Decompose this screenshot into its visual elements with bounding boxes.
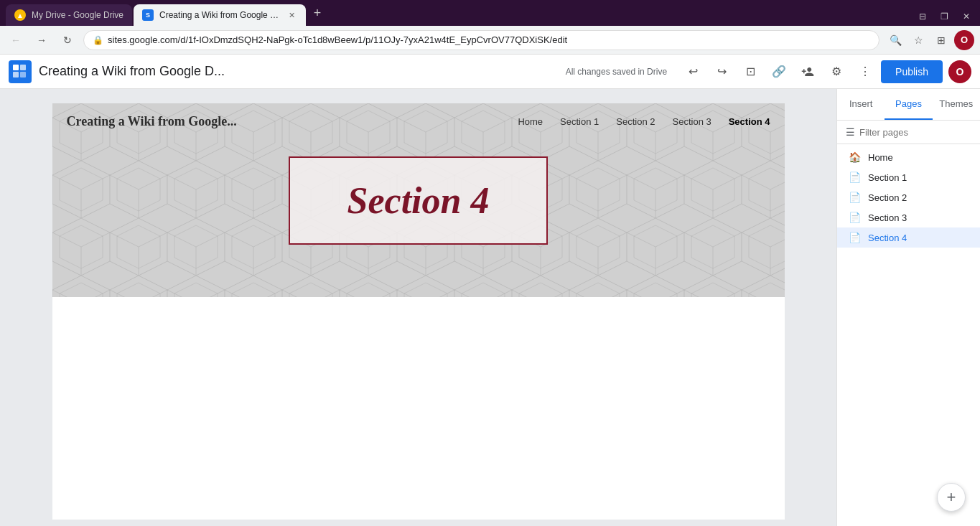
svg-rect-0 — [13, 65, 19, 70]
tab-sites-label: Creating a Wiki from Google Do... — [159, 10, 280, 20]
right-panel: Insert Pages Themes ☰ � — [836, 89, 980, 526]
section4-page-icon: 📄 — [849, 232, 861, 243]
site-title: Creating a Wiki from Google... — [67, 114, 237, 129]
app-content: Creating a Wiki from Google D... All cha… — [0, 55, 980, 526]
back-button[interactable]: ← — [6, 30, 26, 50]
panel-filter: ☰ — [837, 121, 980, 144]
undo-button[interactable]: ↩ — [680, 59, 706, 85]
hero-title: Section 4 — [347, 179, 490, 222]
user-avatar[interactable]: O — [948, 60, 971, 83]
main-area: Creating a Wiki from Google... Home Sect… — [0, 89, 980, 526]
site-header-overlay: Creating a Wiki from Google... Home Sect… — [52, 103, 785, 139]
panel-tabs: Insert Pages Themes — [837, 89, 980, 121]
nav-section4[interactable]: Section 4 — [729, 116, 770, 127]
section2-page-icon: 📄 — [849, 192, 861, 203]
canvas-area[interactable]: Creating a Wiki from Google... Home Sect… — [0, 89, 836, 526]
nav-section1[interactable]: Section 1 — [560, 116, 599, 127]
filter-icon: ☰ — [846, 126, 855, 138]
site-content[interactable] — [52, 297, 785, 505]
page-item-home[interactable]: 🏠 Home — [837, 147, 980, 167]
settings-button[interactable]: ⚙ — [823, 59, 849, 85]
tab-sites[interactable]: S Creating a Wiki from Google Do... ✕ — [134, 4, 306, 26]
search-icon[interactable]: 🔍 — [885, 30, 905, 50]
add-user-button[interactable] — [795, 59, 821, 85]
site-preview: Creating a Wiki from Google... Home Sect… — [52, 103, 785, 520]
minimize-button[interactable]: ⊟ — [915, 10, 930, 23]
page-item-section1[interactable]: 📄 Section 1 — [837, 167, 980, 187]
tab-drive-label: My Drive - Google Drive — [32, 10, 123, 20]
svg-rect-1 — [20, 65, 26, 70]
redo-button[interactable]: ↪ — [709, 59, 734, 85]
tab-themes[interactable]: Themes — [933, 89, 980, 120]
url-bar[interactable]: 🔒 sites.google.com/d/1f-IOxDmzdSQH2-NaPg… — [83, 30, 879, 50]
tab-insert[interactable]: Insert — [837, 89, 885, 120]
page-section1-label: Section 1 — [868, 172, 907, 183]
page-item-section2[interactable]: 📄 Section 2 — [837, 187, 980, 207]
svg-rect-2 — [13, 72, 19, 78]
page-item-section3[interactable]: 📄 Section 3 — [837, 207, 980, 227]
refresh-button[interactable]: ↻ — [57, 30, 78, 50]
preview-button[interactable]: ⊡ — [737, 59, 763, 85]
tab-pages[interactable]: Pages — [885, 89, 932, 120]
page-section2-label: Section 2 — [868, 192, 907, 203]
close-button[interactable]: ✕ — [958, 10, 974, 23]
bookmark-icon[interactable]: ☆ — [908, 30, 928, 50]
address-actions: 🔍 ☆ ⊞ O — [885, 30, 974, 50]
page-section3-label: Section 3 — [868, 212, 907, 223]
drive-favicon: ▲ — [14, 9, 26, 21]
app-title: Creating a Wiki from Google D... — [39, 64, 559, 79]
tab-drive[interactable]: ▲ My Drive - Google Drive — [6, 4, 132, 26]
forward-button[interactable]: → — [32, 30, 52, 50]
window-controls: ⊟ ❐ ✕ — [915, 10, 974, 26]
tab-bar: ▲ My Drive - Google Drive S Creating a W… — [0, 0, 980, 26]
fab-add-button[interactable]: + — [937, 483, 966, 512]
link-button[interactable]: 🔗 — [766, 59, 792, 85]
browser-profile-avatar[interactable]: O — [954, 30, 974, 50]
header-status: All changes saved in Drive — [566, 67, 667, 77]
nav-section2[interactable]: Section 2 — [616, 116, 655, 127]
address-bar: ← → ↻ 🔒 sites.google.com/d/1f-IOxDmzdSQH… — [0, 26, 980, 55]
app-header: Creating a Wiki from Google D... All cha… — [0, 55, 980, 89]
nav-section3[interactable]: Section 3 — [673, 116, 711, 127]
sites-favicon: S — [142, 9, 154, 21]
filter-input[interactable] — [859, 127, 980, 138]
extensions-icon[interactable]: ⊞ — [931, 30, 951, 50]
section3-page-icon: 📄 — [849, 212, 861, 223]
url-text: sites.google.com/d/1f-IOxDmzdSQH2-NaPgk-… — [108, 34, 567, 45]
hero-box[interactable]: Section 4 — [289, 156, 549, 245]
page-item-section4[interactable]: 📄 Section 4 — [837, 227, 980, 248]
tab-close-icon[interactable]: ✕ — [286, 9, 297, 21]
page-home-label: Home — [868, 152, 893, 163]
site-nav: Home Section 1 Section 2 Section 3 Secti… — [518, 116, 770, 127]
sites-app-icon — [9, 60, 32, 83]
lock-icon: 🔒 — [93, 35, 103, 45]
maximize-button[interactable]: ❐ — [936, 10, 953, 23]
pages-list: 🏠 Home 📄 Section 1 📄 Section 2 � — [837, 144, 980, 250]
svg-rect-3 — [20, 72, 26, 78]
page-section4-label: Section 4 — [868, 233, 907, 243]
header-actions: ↩ ↪ ⊡ 🔗 ⚙ ⋮ Publish O — [680, 59, 971, 85]
section1-page-icon: 📄 — [849, 172, 861, 183]
publish-button[interactable]: Publish — [881, 60, 943, 83]
new-tab-button[interactable]: + — [307, 3, 327, 23]
home-page-icon: 🏠 — [849, 151, 861, 163]
nav-home[interactable]: Home — [518, 116, 543, 127]
panel-container: 🏠 Home 📄 Section 1 📄 Section 2 � — [837, 144, 980, 526]
more-button[interactable]: ⋮ — [852, 59, 878, 85]
hero-section: Creating a Wiki from Google... Home Sect… — [52, 103, 785, 297]
